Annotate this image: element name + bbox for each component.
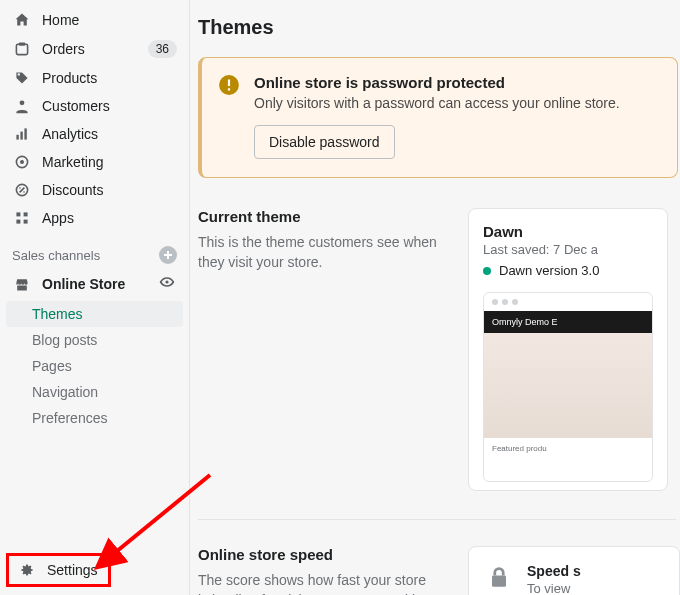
browser-dots-icon [484,293,652,311]
svg-rect-4 [20,132,22,140]
svg-rect-13 [16,220,20,224]
home-icon [12,12,32,28]
orders-icon [12,41,32,57]
nav-label: Marketing [42,154,177,170]
nav-item-orders[interactable]: Orders 36 [0,34,189,64]
channel-online-store[interactable]: Online Store [0,268,189,299]
main-content: Themes Online store is password protecte… [190,0,680,595]
settings-label: Settings [47,562,98,578]
svg-rect-18 [228,88,230,90]
preview-header: Omnyly Demo E [484,311,652,333]
analytics-icon [12,126,32,142]
theme-last-saved: Last saved: 7 Dec a [483,242,653,257]
nav-label: Discounts [42,182,177,198]
orders-badge: 36 [148,40,177,58]
nav-label: Customers [42,98,177,114]
target-icon [12,154,32,170]
status-dot-icon [483,267,491,275]
speed-heading: Online store speed [198,546,438,563]
settings-button[interactable]: Settings [6,553,111,587]
svg-point-7 [20,160,24,164]
preview-footer: Featured produ [484,438,652,459]
current-theme-heading: Current theme [198,208,438,225]
svg-rect-1 [19,43,25,46]
nav-label: Orders [42,41,148,57]
theme-card: Dawn Last saved: 7 Dec a Dawn version 3.… [468,208,668,491]
nav-item-discounts[interactable]: Discounts [0,176,189,204]
nav-item-home[interactable]: Home [0,6,189,34]
current-theme-desc: This is the theme customers see when the… [198,233,438,272]
add-channel-button[interactable] [159,246,177,264]
nav-label: Apps [42,210,177,226]
theme-preview[interactable]: Omnyly Demo E Featured produ [483,292,653,482]
lock-icon [485,563,513,591]
subnav-pages[interactable]: Pages [0,353,189,379]
speed-desc: The score shows how fast your store is l… [198,571,438,595]
nav-item-analytics[interactable]: Analytics [0,120,189,148]
nav-item-customers[interactable]: Customers [0,92,189,120]
svg-point-15 [165,280,168,283]
speed-card-body1: To view [527,581,581,595]
store-icon [12,276,32,292]
svg-rect-17 [228,80,230,87]
svg-point-9 [19,187,21,189]
nav-label: Products [42,70,177,86]
page-title: Themes [194,16,680,39]
section-divider [198,519,676,520]
discount-icon [12,182,32,198]
theme-name: Dawn [483,223,653,240]
banner-title: Online store is password protected [254,74,620,91]
tag-icon [12,70,32,86]
subnav-themes[interactable]: Themes [6,301,183,327]
svg-rect-12 [24,212,28,216]
preview-hero [484,333,652,438]
nav-item-apps[interactable]: Apps [0,204,189,232]
channel-label: Online Store [42,276,159,292]
gear-icon [19,562,39,578]
primary-nav: Home Orders 36 Products Customers Analyt… [0,0,189,232]
view-store-icon[interactable] [159,274,177,293]
nav-item-marketing[interactable]: Marketing [0,148,189,176]
speed-card-title: Speed s [527,563,581,579]
sales-channels-header: Sales channels [0,232,189,268]
person-icon [12,98,32,114]
sidebar: Home Orders 36 Products Customers Analyt… [0,0,190,595]
theme-version: Dawn version 3.0 [499,263,599,278]
speed-card: Speed s To view 1-3 day [468,546,680,595]
password-banner: Online store is password protected Only … [198,57,678,178]
svg-rect-19 [492,576,506,587]
apps-icon [12,210,32,226]
banner-body: Only visitors with a password can access… [254,95,620,111]
nav-item-products[interactable]: Products [0,64,189,92]
warning-icon [218,74,240,96]
svg-rect-11 [16,212,20,216]
sales-channels-label: Sales channels [12,248,100,263]
online-store-subnav: Themes Blog posts Pages Navigation Prefe… [0,299,189,433]
svg-point-10 [23,191,25,193]
svg-rect-5 [24,128,26,139]
svg-rect-14 [24,220,28,224]
nav-label: Analytics [42,126,177,142]
svg-point-2 [20,100,25,105]
subnav-preferences[interactable]: Preferences [0,405,189,431]
disable-password-button[interactable]: Disable password [254,125,395,159]
subnav-blog-posts[interactable]: Blog posts [0,327,189,353]
nav-label: Home [42,12,177,28]
subnav-navigation[interactable]: Navigation [0,379,189,405]
svg-rect-3 [16,135,18,140]
